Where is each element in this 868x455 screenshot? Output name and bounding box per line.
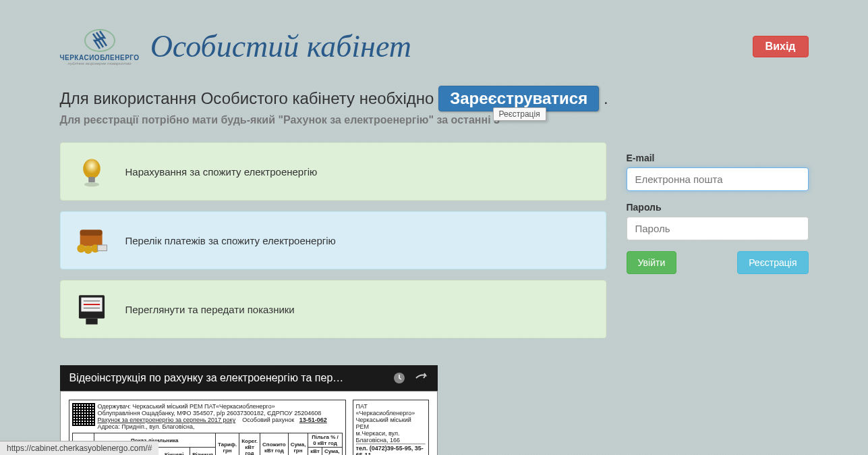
exit-button[interactable]: Вихід <box>753 36 809 57</box>
inv-recipient: Одержувач: Черкаський міський РЕМ ПАТ«Че… <box>72 403 343 410</box>
wallet-icon <box>71 220 112 261</box>
video-controls <box>393 372 428 384</box>
email-field[interactable] <box>627 167 809 191</box>
login-form: E-mail Пароль Увійти Реєстрація <box>627 142 809 455</box>
svg-point-6 <box>77 244 85 252</box>
meter-icon <box>71 289 112 329</box>
inv-bank: Облуправління Ощадбанку, МФО 354507, р/р… <box>72 410 343 417</box>
password-label: Пароль <box>627 202 809 213</box>
header-left: ЧЕРКАСИОБЛЕНЕРГО публічне акціонерне тов… <box>60 27 411 65</box>
inv-phone: тел. (0472)39-55-95, 35-65-11 <box>356 445 424 455</box>
intro-sub: Для реєстрації потрібно мати будь-який "… <box>60 114 809 126</box>
svg-point-7 <box>84 246 92 254</box>
inv-bill: Рахунок за електроенергію за серпень 201… <box>98 417 236 423</box>
svg-point-3 <box>84 182 98 186</box>
panel-charges-text: Нарахування за спожиту електроенергію <box>125 166 318 178</box>
inv-acc-num: 13-51-062 <box>299 417 327 423</box>
intro-before: Для використання Особистого кабінету нео… <box>60 89 439 107</box>
email-label: E-mail <box>627 153 809 163</box>
svg-rect-5 <box>80 230 102 236</box>
panel-payments[interactable]: Перелік платежів за спожиту електроенерг… <box>60 211 606 269</box>
svg-rect-2 <box>88 177 95 182</box>
invoice-right: ПАТ «Черкасиобленерго» Черкаський міськи… <box>353 400 429 455</box>
panel-readings[interactable]: Переглянути та передати показники <box>60 280 606 338</box>
watch-later-icon[interactable] <box>393 372 405 384</box>
panel-payments-text: Перелік платежів за спожиту електроенерг… <box>125 235 336 246</box>
register-button[interactable]: Реєстрація <box>737 251 808 274</box>
panels: Нарахування за спожиту електроенергію Пе… <box>60 142 606 455</box>
intro-after: . <box>604 89 608 107</box>
svg-rect-9 <box>97 245 107 251</box>
logo-icon <box>83 27 117 54</box>
svg-point-1 <box>83 159 100 179</box>
logo-text-sub: публічне акціонерне товариство <box>68 61 132 65</box>
page-title: Особистий кабінет <box>150 28 411 64</box>
inv-acc-label: Особовий рахунок <box>242 417 294 423</box>
inv-company: ПАТ «Черкасиобленерго» <box>356 403 426 417</box>
qr-code <box>72 403 95 426</box>
inv-address: Адреса: Придніп., вул. Благовісна, <box>72 423 343 430</box>
tooltip: Реєстрація <box>493 107 546 121</box>
logo-text-main: ЧЕРКАСИОБЛЕНЕРГО <box>60 54 140 61</box>
main-area: Нарахування за спожиту електроенергію Пе… <box>60 142 809 455</box>
video-title: Відеоінструкція по рахунку за електроене… <box>69 372 344 384</box>
password-field[interactable] <box>627 217 809 240</box>
inv-city: м.Черкаси, вул. Благовісна, 166 <box>356 430 426 444</box>
header: ЧЕРКАСИОБЛЕНЕРГО публічне акціонерне тов… <box>60 27 809 65</box>
share-icon[interactable] <box>415 372 428 384</box>
inv-rem: Черкаський міський РЕМ <box>356 417 426 430</box>
bulb-icon <box>71 151 112 192</box>
video-header[interactable]: Відеоінструкція по рахунку за електроене… <box>60 365 438 391</box>
status-bar: https://cabinet.cherkasyoblenergo.com/# <box>0 441 158 455</box>
intro-line: Для використання Особистого кабінету нео… <box>60 86 809 111</box>
panel-readings-text: Переглянути та передати показники <box>125 304 295 315</box>
logo[interactable]: ЧЕРКАСИОБЛЕНЕРГО публічне акціонерне тов… <box>60 27 140 65</box>
login-button[interactable]: Увійти <box>627 251 677 274</box>
svg-rect-15 <box>86 319 97 325</box>
panel-charges[interactable]: Нарахування за спожиту електроенергію <box>60 142 606 200</box>
